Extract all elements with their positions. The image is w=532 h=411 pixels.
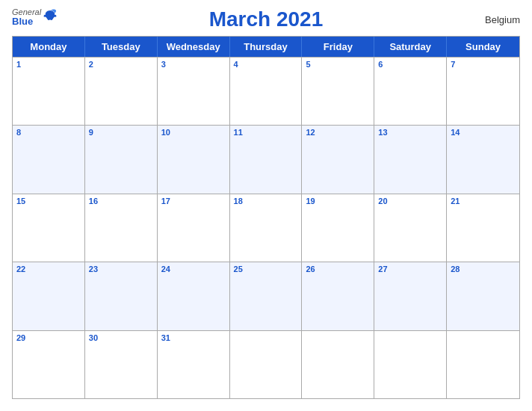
day-number: 20 <box>378 197 442 206</box>
calendar-grid: MondayTuesdayWednesdayThursdayFridaySatu… <box>12 36 520 399</box>
logo-bird-icon <box>43 9 58 24</box>
day-number: 27 <box>378 265 442 274</box>
day-number: 2 <box>89 60 153 69</box>
day-header-thursday: Thursday <box>230 37 303 57</box>
day-number: 23 <box>89 265 153 274</box>
day-cell: 21 <box>447 194 519 262</box>
day-header-friday: Friday <box>302 37 374 57</box>
week-row-4: 22232425262728 <box>13 262 519 330</box>
day-cell <box>302 331 374 398</box>
day-number: 22 <box>16 265 81 274</box>
day-cell: 9 <box>85 126 158 193</box>
day-cell: 10 <box>158 126 230 193</box>
day-number: 11 <box>234 128 298 137</box>
day-number: 31 <box>161 333 226 343</box>
day-header-sunday: Sunday <box>447 37 519 57</box>
day-cell: 1 <box>13 58 85 125</box>
day-cell: 5 <box>302 58 374 125</box>
day-cell: 17 <box>158 194 230 262</box>
day-number: 4 <box>234 60 298 69</box>
day-number: 7 <box>451 60 516 69</box>
day-cell: 31 <box>158 331 230 398</box>
calendar-title: March 2021 <box>209 7 324 31</box>
calendar: General Blue March 2021 Belgium MondayTu… <box>0 0 532 411</box>
day-number: 9 <box>89 128 153 137</box>
day-cell: 27 <box>374 262 447 330</box>
day-number: 10 <box>161 128 226 137</box>
week-row-5: 293031 <box>13 330 519 398</box>
day-number: 8 <box>16 128 81 137</box>
day-cell: 19 <box>302 194 374 262</box>
day-number: 28 <box>451 265 516 274</box>
week-row-3: 15161718192021 <box>13 194 519 262</box>
day-number: 1 <box>16 60 81 69</box>
day-number: 25 <box>234 265 298 274</box>
day-number: 3 <box>161 60 226 69</box>
day-cell: 18 <box>230 194 303 262</box>
day-number: 19 <box>306 197 370 206</box>
logo-blue-text: Blue <box>12 16 41 27</box>
weeks-container: 1234567891011121314151617181920212223242… <box>13 57 519 398</box>
day-number: 21 <box>451 197 516 206</box>
day-header-wednesday: Wednesday <box>158 37 230 57</box>
day-cell: 13 <box>374 126 447 193</box>
day-number: 6 <box>378 60 442 69</box>
day-cell: 15 <box>13 194 85 262</box>
day-number: 24 <box>161 265 226 274</box>
day-cell: 28 <box>447 262 519 330</box>
day-cell: 26 <box>302 262 374 330</box>
day-cell <box>374 331 447 398</box>
day-cell: 29 <box>13 331 85 398</box>
day-number: 14 <box>451 128 516 137</box>
day-header-monday: Monday <box>13 37 85 57</box>
day-cell <box>230 331 303 398</box>
day-cell: 16 <box>85 194 158 262</box>
day-cell: 12 <box>302 126 374 193</box>
day-number: 13 <box>378 128 442 137</box>
day-cell: 20 <box>374 194 447 262</box>
day-cell: 2 <box>85 58 158 125</box>
day-number: 26 <box>306 265 370 274</box>
week-row-2: 891011121314 <box>13 125 519 193</box>
day-cell: 8 <box>13 126 85 193</box>
day-cell: 11 <box>230 126 303 193</box>
day-cell: 6 <box>374 58 447 125</box>
day-cell: 24 <box>158 262 230 330</box>
week-row-1: 1234567 <box>13 57 519 125</box>
day-cell <box>447 331 519 398</box>
country-label: Belgium <box>485 14 520 25</box>
day-cell: 3 <box>158 58 230 125</box>
day-number: 16 <box>89 197 153 206</box>
day-number: 5 <box>306 60 370 69</box>
calendar-header: General Blue March 2021 Belgium <box>12 7 520 31</box>
day-cell: 23 <box>85 262 158 330</box>
day-number: 18 <box>234 197 298 206</box>
day-cell: 25 <box>230 262 303 330</box>
day-number: 30 <box>89 333 153 343</box>
day-cell: 7 <box>447 58 519 125</box>
day-header-saturday: Saturday <box>374 37 447 57</box>
day-cell: 14 <box>447 126 519 193</box>
day-cell: 4 <box>230 58 303 125</box>
day-number: 12 <box>306 128 370 137</box>
day-number: 29 <box>16 333 81 343</box>
day-number: 15 <box>16 197 81 206</box>
day-header-tuesday: Tuesday <box>85 37 158 57</box>
day-cell: 22 <box>13 262 85 330</box>
logo: General Blue <box>12 7 58 27</box>
day-headers-row: MondayTuesdayWednesdayThursdayFridaySatu… <box>13 37 519 57</box>
day-cell: 30 <box>85 331 158 398</box>
day-number: 17 <box>161 197 226 206</box>
